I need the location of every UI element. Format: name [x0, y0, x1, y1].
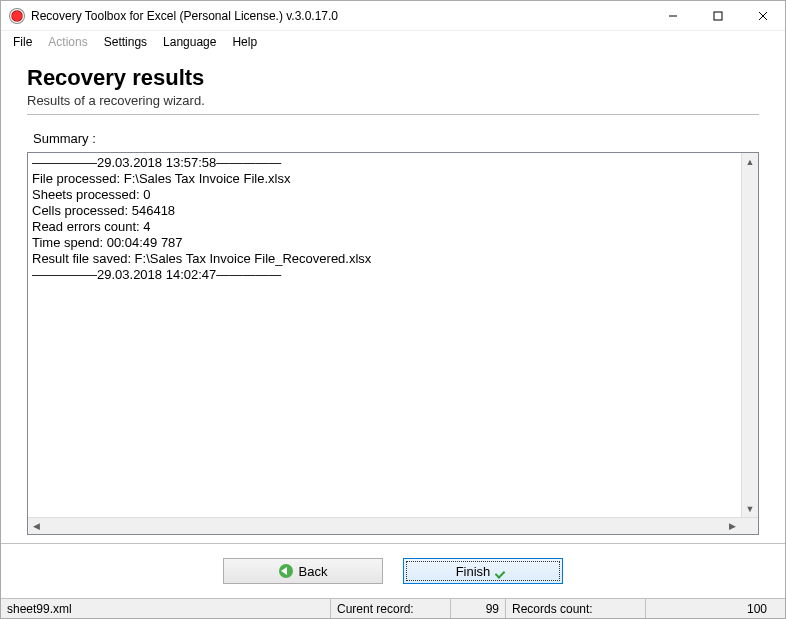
minimize-button[interactable]: [650, 1, 695, 31]
check-icon: [496, 564, 510, 578]
app-icon: [9, 8, 25, 24]
back-arrow-icon: [279, 564, 293, 578]
finish-button-label: Finish: [456, 564, 491, 579]
page-heading: Recovery results: [27, 65, 759, 91]
divider: [27, 114, 759, 115]
scroll-left-icon[interactable]: ◀: [28, 518, 45, 534]
back-button-label: Back: [299, 564, 328, 579]
finish-button[interactable]: Finish: [403, 558, 563, 584]
maximize-button[interactable]: [695, 1, 740, 31]
menu-language[interactable]: Language: [155, 33, 224, 51]
menu-actions: Actions: [40, 33, 95, 51]
vertical-scrollbar[interactable]: ▲ ▼: [741, 153, 758, 517]
titlebar: Recovery Toolbox for Excel (Personal Lic…: [1, 1, 785, 31]
log-text[interactable]: —————29.03.2018 13:57:58————— File proce…: [28, 153, 741, 517]
menu-file[interactable]: File: [5, 33, 40, 51]
status-current-value: 99: [451, 599, 506, 618]
scroll-track-h[interactable]: [45, 518, 724, 534]
scroll-up-icon[interactable]: ▲: [742, 153, 758, 170]
scroll-track[interactable]: [742, 170, 758, 500]
svg-rect-1: [714, 12, 722, 20]
page-subheading: Results of a recovering wizard.: [27, 93, 759, 108]
close-button[interactable]: [740, 1, 785, 31]
minimize-icon: [668, 11, 678, 21]
status-count-label: Records count:: [506, 599, 646, 618]
log-panel: —————29.03.2018 13:57:58————— File proce…: [27, 152, 759, 535]
close-icon: [758, 11, 768, 21]
summary-label: Summary :: [33, 131, 759, 146]
status-current-label: Curent record:: [331, 599, 451, 618]
menu-settings[interactable]: Settings: [96, 33, 155, 51]
menubar: File Actions Settings Language Help: [1, 31, 785, 53]
scroll-corner: [741, 518, 758, 534]
horizontal-scrollbar[interactable]: ◀ ▶: [28, 517, 758, 534]
menu-help[interactable]: Help: [224, 33, 265, 51]
scroll-right-icon[interactable]: ▶: [724, 518, 741, 534]
status-bar: sheet99.xml Curent record: 99 Records co…: [1, 598, 785, 618]
status-file: sheet99.xml: [1, 599, 331, 618]
content-area: Recovery results Results of a recovering…: [1, 53, 785, 543]
back-button[interactable]: Back: [223, 558, 383, 584]
scroll-down-icon[interactable]: ▼: [742, 500, 758, 517]
window-title: Recovery Toolbox for Excel (Personal Lic…: [31, 9, 650, 23]
status-count-value: 100: [646, 599, 785, 618]
wizard-buttons: Back Finish: [1, 543, 785, 598]
maximize-icon: [713, 11, 723, 21]
